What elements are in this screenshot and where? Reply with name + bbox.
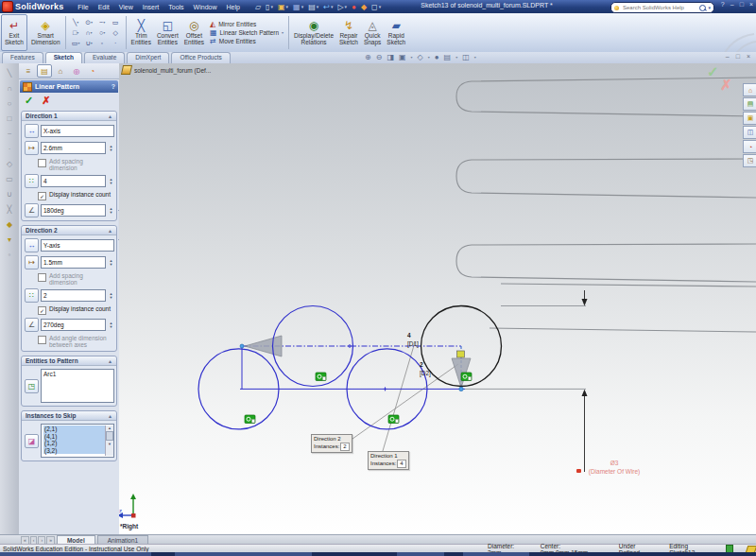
menu-view[interactable]: View — [114, 4, 138, 10]
spline-tool[interactable]: ~▾ — [96, 18, 109, 27]
displaymanager-tab-icon[interactable]: ◔ — [85, 64, 100, 78]
menu-edit[interactable]: Edit — [94, 4, 114, 10]
entities-to-pattern-header[interactable]: Entities to Pattern ▲ — [22, 356, 116, 366]
slot-tool[interactable]: ▭▾ — [70, 39, 82, 48]
repair-sketch-button[interactable]: ↯ Repair Sketch — [336, 13, 361, 52]
collapse-icon[interactable]: ▲ — [108, 228, 112, 234]
open-caret-icon[interactable]: ▾ — [286, 4, 289, 9]
pin-menu-icon[interactable]: ▱ — [255, 3, 261, 11]
tab-features[interactable]: Features — [2, 52, 43, 63]
quick-snaps-button[interactable]: ◬ Quick Snaps — [361, 13, 384, 52]
search-box[interactable]: ▾ — [610, 2, 714, 13]
scene-icon[interactable]: ▤ — [444, 53, 452, 61]
wire-diameter-text[interactable]: Ø3 (Diameter Of Wire) — [571, 459, 658, 476]
strip-line-icon[interactable]: ╲ — [8, 69, 12, 78]
skip-item[interactable]: (3,2) — [43, 447, 105, 455]
entity-item-arc1[interactable]: Arc1 — [43, 371, 56, 377]
new-document-icon[interactable]: ▯ — [266, 3, 269, 11]
offset-entities-button[interactable]: ◎ Offset Entities — [181, 13, 207, 52]
search-results-icon[interactable]: ◫ — [743, 126, 756, 139]
select-icon[interactable]: ▷ — [337, 3, 343, 11]
shaded-icon[interactable]: ● — [435, 53, 439, 61]
direction2-instances-spinner[interactable]: ▲▼ — [108, 292, 114, 300]
reverse-direction2-icon[interactable]: ↔ — [25, 238, 39, 252]
linear-pattern-caret-icon[interactable]: ▾ — [282, 29, 284, 37]
collapse-icon[interactable]: ▲ — [108, 358, 112, 364]
direction1-display-count-checkbox[interactable]: ✓ — [38, 192, 46, 200]
print-icon[interactable]: ▤ — [308, 3, 316, 11]
strip-slot-icon[interactable]: ▭ — [6, 175, 13, 183]
zoom-area-icon[interactable]: ⊖ — [376, 53, 383, 61]
direction2-callout[interactable]: Direction 2 Instances:2 — [311, 434, 352, 453]
menu-window[interactable]: Window — [189, 4, 222, 10]
strip-point-icon[interactable]: · — [9, 145, 11, 153]
add-angle-dimension-checkbox[interactable] — [38, 336, 46, 344]
view-orientation-icon[interactable]: ▣ — [399, 53, 406, 61]
direction1-spacing-spinner[interactable]: ▲▼ — [108, 145, 114, 152]
tab-evaluate[interactable]: Evaluate — [84, 52, 125, 63]
rapid-sketch-button[interactable]: ▰ Rapid Sketch — [384, 13, 408, 52]
direction1-dim-label[interactable]: 4 [D1] — [407, 331, 419, 348]
confirm-corner-cancel[interactable]: ✗ — [720, 77, 732, 94]
direction1-axis-field[interactable]: X-axis — [41, 125, 114, 137]
print-caret-icon[interactable]: ▾ — [317, 4, 319, 9]
trim-entities-button[interactable]: ╳ Trim Entities — [129, 13, 154, 52]
pm-cancel-button[interactable]: ✗ — [42, 95, 50, 107]
direction1-spacing-field[interactable]: 2.6mm — [41, 142, 106, 154]
menu-file[interactable]: File — [73, 4, 93, 10]
direction2-header[interactable]: Direction 2 ▲ — [22, 226, 116, 235]
exit-sketch-button[interactable]: ↵ Exit Sketch — [1, 14, 27, 51]
design-library-icon[interactable]: ▤ — [743, 97, 756, 111]
doc-close-icon[interactable]: × — [747, 53, 750, 60]
minimize-button[interactable]: – — [730, 1, 734, 8]
doc-minimize-icon[interactable]: – — [726, 53, 730, 60]
direction2-display-count-checkbox[interactable]: ✓ — [38, 306, 46, 315]
configurationmanager-tab-icon[interactable]: ⌂ — [53, 64, 68, 78]
restore-button[interactable]: □ — [740, 1, 744, 8]
close-button[interactable]: × — [749, 1, 753, 8]
direction1-instances-spinner[interactable]: ▲▼ — [108, 178, 114, 185]
strip-sketch-icon[interactable]: ◆ — [7, 220, 12, 229]
search-caret-icon[interactable]: ▾ — [708, 5, 711, 10]
undo-icon[interactable]: ↩ — [323, 3, 330, 11]
direction2-spacing-field[interactable]: 1.5mm — [41, 256, 106, 269]
home-icon[interactable]: ⌂ — [743, 83, 756, 96]
strip-rect-icon[interactable]: □ — [8, 114, 12, 123]
menu-insert[interactable]: Insert — [138, 4, 164, 10]
file-explorer-icon[interactable]: ▣ — [743, 112, 756, 125]
strip-circle-icon[interactable]: ○ — [8, 99, 12, 108]
pm-help-icon[interactable]: ? — [112, 83, 115, 90]
pm-ok-button[interactable]: ✓ — [25, 95, 33, 107]
featuremanager-tab-icon[interactable]: ≡ — [21, 64, 36, 78]
rectangle-tool[interactable]: ▭ — [110, 18, 122, 27]
entities-to-pattern-list[interactable]: Arc1 — [41, 369, 114, 403]
save-caret-icon[interactable]: ▾ — [301, 4, 304, 9]
direction1-callout-value[interactable]: 4 — [397, 460, 405, 468]
ellipse-tool[interactable]: ○▾ — [96, 28, 109, 38]
tab-office-products[interactable]: Office Products — [171, 52, 230, 63]
linear-sketch-pattern-button[interactable]: ▦ Linear Sketch Pattern ▾ — [210, 29, 284, 37]
convert-entities-button[interactable]: ◱ Convert Entities — [154, 13, 181, 52]
skip-item[interactable]: (4,1) — [43, 433, 105, 441]
collapse-icon[interactable]: ▲ — [108, 413, 112, 419]
menu-help[interactable]: Help — [222, 4, 245, 10]
display-style-icon[interactable]: ◇ — [418, 53, 423, 61]
instances-to-skip-header[interactable]: Instances to Skip ▲ — [22, 411, 116, 421]
undo-caret-icon[interactable]: ▾ — [331, 4, 334, 9]
appearances-icon[interactable]: ◔ — [743, 140, 756, 153]
strip-spline-icon[interactable]: ~ — [8, 130, 12, 138]
arc-tool[interactable]: ∩▾ — [83, 28, 95, 38]
direction2-instances-field[interactable]: 2 — [41, 289, 106, 302]
skip-list-scrollbar[interactable]: ▲▼ — [105, 426, 113, 456]
skip-item[interactable]: (1,2) — [43, 440, 105, 447]
new-caret-icon[interactable]: ▾ — [270, 4, 273, 9]
fillet-tool[interactable]: ◦ — [96, 39, 109, 48]
strip-dot-icon[interactable]: ◦ — [9, 251, 11, 259]
dimxpertmanager-tab-icon[interactable]: ◎ — [69, 64, 84, 78]
search-icon[interactable] — [699, 5, 706, 11]
direction2-add-spacing-checkbox[interactable] — [38, 273, 46, 282]
instances-to-skip-list[interactable]: (2,1) (4,1) (1,2) (3,2) ▲▼ — [41, 424, 114, 458]
line-tool[interactable]: ╲▾ — [70, 18, 82, 27]
options-icon[interactable]: ◆ — [361, 3, 367, 11]
collapse-icon[interactable]: ▲ — [108, 113, 112, 119]
